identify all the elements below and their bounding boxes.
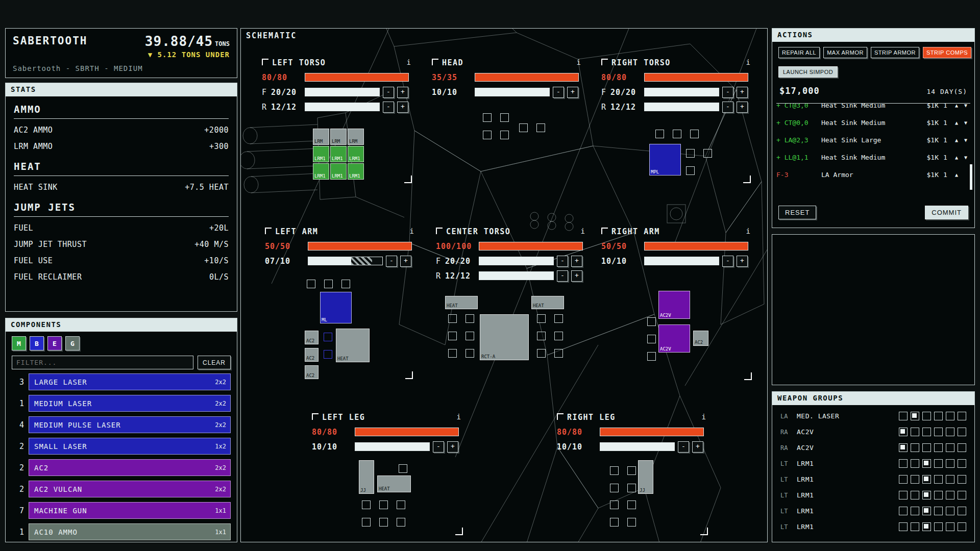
filter-missile-button[interactable]: M [12, 336, 26, 350]
info-icon[interactable]: i [457, 413, 461, 421]
info-icon[interactable]: i [410, 227, 414, 235]
weapon-group-checkbox[interactable] [911, 507, 919, 515]
decrease-button[interactable]: - [553, 87, 564, 98]
strip-comps-button[interactable]: STRIP COMPS [923, 47, 971, 58]
empty-slot[interactable] [686, 166, 695, 175]
increase-button[interactable]: + [567, 87, 578, 98]
strip-armor-button[interactable]: STRIP ARMOR [871, 47, 919, 58]
module-mpl[interactable]: MPL [649, 144, 681, 176]
module-lrm1[interactable]: LRM1 [313, 146, 329, 162]
weapon-group-checkbox[interactable] [911, 412, 919, 420]
weapon-group-checkbox[interactable] [911, 475, 919, 484]
qty-down-icon[interactable]: ▼ [961, 103, 970, 108]
qty-up-icon[interactable]: ▲ [952, 155, 961, 160]
list-item[interactable]: 2 SMALL LASER1x2 [9, 438, 231, 455]
empty-slot[interactable] [554, 349, 563, 358]
weapon-group-checkbox[interactable] [958, 459, 966, 468]
weapon-group-checkbox[interactable] [946, 475, 954, 484]
module-ac2v[interactable]: AC2V [658, 291, 690, 319]
empty-slot[interactable] [500, 113, 509, 122]
weapon-group-checkbox[interactable] [922, 491, 931, 499]
empty-slot[interactable] [647, 317, 656, 326]
empty-slot[interactable] [673, 130, 681, 138]
weapon-group-checkbox[interactable] [958, 428, 966, 436]
weapon-group-checkbox[interactable] [922, 428, 931, 436]
weapon-group-checkbox[interactable] [946, 459, 954, 468]
empty-slot[interactable] [627, 484, 636, 492]
decrease-button[interactable]: - [433, 441, 444, 453]
weapon-group-checkbox[interactable] [922, 522, 931, 531]
weapon-group-checkbox[interactable] [899, 459, 908, 468]
empty-slot[interactable] [324, 280, 333, 288]
empty-slot[interactable] [307, 280, 315, 288]
empty-slot[interactable] [483, 131, 492, 139]
empty-slot[interactable] [610, 466, 619, 475]
weapon-group-checkbox[interactable] [958, 475, 966, 484]
module-ac2[interactable]: AC2 [305, 365, 318, 379]
weapon-group-checkbox[interactable] [899, 443, 908, 452]
qty-up-icon[interactable]: ▲ [952, 137, 961, 143]
weapon-group-checkbox[interactable] [911, 459, 919, 468]
info-icon[interactable]: i [746, 58, 750, 66]
module-jump-jet[interactable]: JJ [638, 460, 653, 494]
weapon-group-checkbox[interactable] [958, 522, 966, 531]
empty-slot[interactable] [703, 149, 712, 158]
increase-button[interactable]: + [571, 256, 582, 267]
weapon-group-checkbox[interactable] [899, 491, 908, 499]
increase-button[interactable]: + [737, 256, 748, 267]
empty-slot[interactable] [554, 332, 563, 340]
module-ml[interactable]: ML [320, 292, 352, 323]
weapon-group-checkbox[interactable] [899, 428, 908, 436]
weapon-group-checkbox[interactable] [911, 522, 919, 531]
launch-simpod-button[interactable]: LAUNCH SIMPOD [778, 66, 838, 78]
weapon-group-checkbox[interactable] [946, 507, 954, 515]
decrease-button[interactable]: - [383, 87, 394, 98]
increase-button[interactable]: + [397, 87, 408, 98]
decrease-button[interactable]: - [722, 102, 733, 113]
weapon-group-checkbox[interactable] [922, 412, 931, 420]
weapon-group-checkbox[interactable] [934, 507, 943, 515]
filter-input[interactable] [12, 356, 193, 369]
empty-slot[interactable] [465, 314, 474, 323]
increase-button[interactable]: + [692, 441, 703, 453]
decrease-button[interactable]: - [557, 270, 568, 282]
empty-slot[interactable] [448, 332, 457, 340]
weapon-group-checkbox[interactable] [922, 459, 931, 468]
weapon-group-checkbox[interactable] [958, 491, 966, 499]
module-lrm[interactable]: LRM [330, 129, 347, 145]
empty-slot[interactable] [448, 349, 457, 358]
weapon-group-checkbox[interactable] [958, 412, 966, 420]
module-heat-sink[interactable]: HEAT [531, 296, 564, 309]
weapon-group-checkbox[interactable] [911, 428, 919, 436]
weapon-group-checkbox[interactable] [946, 443, 954, 452]
decrease-button[interactable]: - [678, 441, 689, 453]
module-lrm[interactable]: LRM [313, 129, 329, 145]
list-item[interactable]: 1 MEDIUM LASER2x2 [9, 395, 231, 412]
module-ac2[interactable]: AC2 [305, 348, 318, 362]
empty-slot[interactable] [397, 500, 405, 509]
increase-button[interactable]: + [737, 87, 748, 98]
empty-slot[interactable] [627, 466, 636, 475]
empty-slot[interactable] [647, 335, 656, 343]
filter-gear-button[interactable]: G [65, 336, 80, 350]
empty-slot[interactable] [610, 518, 619, 527]
empty-slot[interactable] [554, 314, 563, 323]
empty-slot[interactable] [341, 280, 350, 288]
weapon-group-checkbox[interactable] [911, 443, 919, 452]
module-ac2v[interactable]: AC2V [658, 324, 690, 353]
list-item[interactable]: 2 AC2 VULCAN2x2 [9, 481, 231, 497]
empty-slot[interactable] [465, 332, 474, 340]
weapon-group-checkbox[interactable] [899, 522, 908, 531]
weapon-group-checkbox[interactable] [922, 475, 931, 484]
empty-slot[interactable] [537, 314, 546, 323]
module-lrm1[interactable]: LRM1 [330, 146, 347, 162]
empty-slot[interactable] [690, 130, 699, 138]
weapon-group-checkbox[interactable] [934, 491, 943, 499]
module-lrm1[interactable]: LRM1 [330, 163, 347, 180]
empty-slot[interactable] [537, 332, 546, 340]
weapon-group-checkbox[interactable] [899, 412, 908, 420]
weapon-group-checkbox[interactable] [958, 507, 966, 515]
list-item[interactable]: 2 AC22x2 [9, 459, 231, 476]
decrease-button[interactable]: - [722, 87, 733, 98]
module-lrm1[interactable]: LRM1 [313, 163, 329, 180]
